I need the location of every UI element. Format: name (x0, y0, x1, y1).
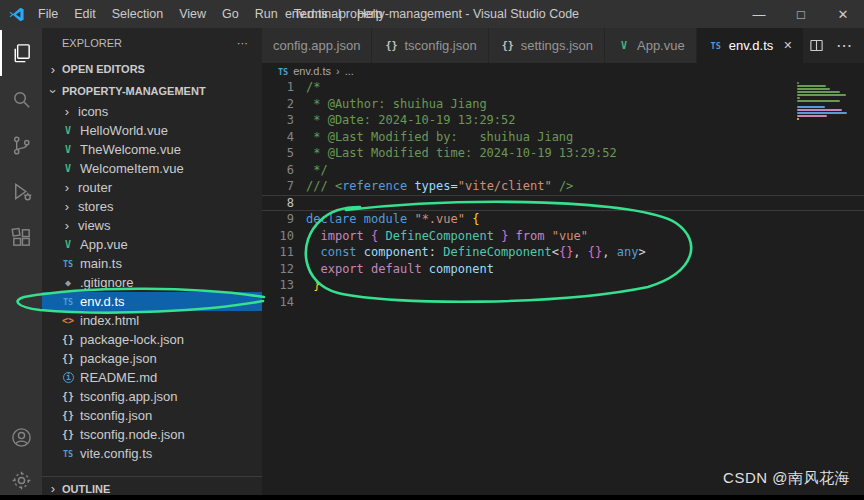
explorer-more-actions-icon[interactable]: ⋯ (237, 37, 248, 50)
file-tree-item-router[interactable]: ›router (42, 178, 262, 197)
code-line-8[interactable]: 8 (262, 195, 864, 212)
vscode-window: FileEditSelectionViewGoRunTerminalHelp e… (0, 0, 864, 500)
file-tree: ›iconsVHelloWorld.vueVTheWelcome.vueVWel… (42, 102, 262, 476)
breadcrumb[interactable]: TS env.d.ts › ... (262, 63, 864, 79)
close-tab-icon[interactable]: ✕ (783, 39, 792, 52)
tab-tsconfig.json[interactable]: {}tsconfig.json (372, 28, 488, 63)
menu-help[interactable]: Help (349, 0, 391, 28)
project-root-section[interactable]: › PROPERTY-MANAGEMENT (42, 80, 262, 102)
code-line-3[interactable]: 3 * @Date: 2024-10-19 13:29:52 (262, 112, 864, 129)
menu-view[interactable]: View (171, 0, 214, 28)
account-icon[interactable] (0, 414, 42, 460)
file-tree-item-WelcomeItem.vue[interactable]: VWelcomeItem.vue (42, 159, 262, 178)
menu-terminal[interactable]: Terminal (286, 0, 349, 28)
more-actions-icon[interactable]: ⋯ (836, 36, 852, 55)
minimap-line (797, 91, 840, 93)
file-tree-item-TheWelcome.vue[interactable]: VTheWelcome.vue (42, 140, 262, 159)
file-tree-item-package-lock.json[interactable]: {}package-lock.json (42, 330, 262, 349)
minimap[interactable] (797, 82, 852, 123)
breadcrumb-file[interactable]: env.d.ts (293, 65, 331, 77)
explorer-sidebar: EXPLORER ⋯ › OPEN EDITORS › PROPERTY-MAN… (42, 28, 262, 500)
tab-label: App.vue (637, 38, 685, 53)
file-tree-item-tsconfig.node.json[interactable]: {}tsconfig.node.json (42, 425, 262, 444)
code-line-2[interactable]: 2 * @Author: shuihua Jiang (262, 96, 864, 113)
code-line-10[interactable]: 10 import { DefineComponent } from "vue" (262, 228, 864, 245)
tab-bar: config.app.json{}tsconfig.json{}settings… (262, 28, 864, 63)
code-line-6[interactable]: 6 */ (262, 162, 864, 179)
code-line-9[interactable]: 9declare module "*.vue" { (262, 211, 864, 228)
code-text: * @Date: 2024-10-19 13:29:52 (306, 112, 516, 129)
vue-file-icon: V (60, 144, 76, 155)
explorer-icon[interactable] (0, 30, 42, 76)
file-tree-item-package.json[interactable]: {}package.json (42, 349, 262, 368)
file-name: .gitignore (80, 275, 133, 290)
file-tree-item-stores[interactable]: ›stores (42, 197, 262, 216)
file-name: stores (78, 199, 113, 214)
project-root-label: PROPERTY-MANAGEMENT (62, 85, 206, 97)
file-tree-item-index.html[interactable]: <>index.html (42, 311, 262, 330)
maximize-button[interactable]: □ (780, 0, 822, 28)
code-editor[interactable]: 1/*2 * @Author: shuihua Jiang3 * @Date: … (262, 79, 864, 500)
line-number: 11 (262, 244, 306, 261)
ts-file-icon: TS (278, 67, 288, 77)
code-text: declare module "*.vue" { (306, 211, 479, 228)
settings-gear-icon[interactable] (0, 460, 42, 500)
file-name: tsconfig.node.json (80, 427, 185, 442)
code-line-11[interactable]: 11 const component: DefineComponent<{}, … (262, 244, 864, 261)
code-text: /// <reference types="vite/client" /> (306, 178, 573, 195)
run-debug-icon[interactable] (0, 168, 42, 214)
file-tree-item-views[interactable]: ›views (42, 216, 262, 235)
activity-bar (0, 28, 42, 500)
code-line-5[interactable]: 5 * @Last Modified time: 2024-10-19 13:2… (262, 145, 864, 162)
menu-run[interactable]: Run (247, 0, 286, 28)
tab-label: tsconfig.json (404, 38, 476, 53)
code-text: import { DefineComponent } from "vue" (306, 228, 588, 245)
file-tree-item-HelloWorld.vue[interactable]: VHelloWorld.vue (42, 121, 262, 140)
chevron-right-icon: › (60, 218, 74, 233)
tab-App.vue[interactable]: VApp.vue (605, 28, 697, 63)
ts-file-icon: TS (60, 259, 76, 269)
code-line-13[interactable]: 13 } (262, 277, 864, 294)
file-tree-item-README.md[interactable]: iREADME.md (42, 368, 262, 387)
code-line-7[interactable]: 7/// <reference types="vite/client" /> (262, 178, 864, 195)
menu-edit[interactable]: Edit (66, 0, 104, 28)
extensions-icon[interactable] (0, 214, 42, 260)
split-editor-icon[interactable] (809, 38, 824, 53)
vue-file-icon: V (60, 163, 76, 174)
tab-config.app.json[interactable]: config.app.json (262, 28, 372, 63)
code-line-1[interactable]: 1/* (262, 79, 864, 96)
file-tree-item-.gitignore[interactable]: ◆.gitignore (42, 273, 262, 292)
file-tree-item-vite.config.ts[interactable]: TSvite.config.ts (42, 444, 262, 463)
json-file-icon: {} (60, 429, 76, 440)
code-line-14[interactable]: 14 (262, 294, 864, 311)
menu-go[interactable]: Go (214, 0, 247, 28)
ts-file-icon: TS (708, 41, 724, 51)
file-tree-item-icons[interactable]: ›icons (42, 102, 262, 121)
line-number: 7 (262, 178, 306, 195)
tab-env.d.ts[interactable]: TSenv.d.ts✕ (697, 28, 805, 63)
code-line-12[interactable]: 12 export default component (262, 261, 864, 278)
tab-settings.json[interactable]: {}settings.json (489, 28, 605, 63)
file-tree-item-env.d.ts[interactable]: TSenv.d.ts (42, 292, 262, 311)
breadcrumb-more[interactable]: ... (345, 65, 354, 77)
line-number: 3 (262, 112, 306, 129)
file-tree-item-main.ts[interactable]: TSmain.ts (42, 254, 262, 273)
line-number: 9 (262, 211, 306, 228)
line-number: 1 (262, 79, 306, 96)
file-tree-item-tsconfig.json[interactable]: {}tsconfig.json (42, 406, 262, 425)
close-button[interactable]: ✕ (822, 0, 864, 28)
search-icon[interactable] (0, 76, 42, 122)
code-line-4[interactable]: 4 * @Last Modified by: shuihua Jiang (262, 129, 864, 146)
open-editors-section[interactable]: › OPEN EDITORS (42, 58, 262, 80)
ts-file-icon: TS (60, 449, 76, 459)
source-control-icon[interactable] (0, 122, 42, 168)
file-tree-item-tsconfig.app.json[interactable]: {}tsconfig.app.json (42, 387, 262, 406)
info-file-icon: i (63, 372, 74, 383)
menu-file[interactable]: File (30, 0, 66, 28)
menu-selection[interactable]: Selection (104, 0, 171, 28)
file-tree-item-App.vue[interactable]: VApp.vue (42, 235, 262, 254)
title-bar: FileEditSelectionViewGoRunTerminalHelp e… (0, 0, 864, 28)
minimize-button[interactable]: — (738, 0, 780, 28)
vue-file-icon: V (616, 40, 632, 51)
minimap-line (797, 112, 847, 114)
